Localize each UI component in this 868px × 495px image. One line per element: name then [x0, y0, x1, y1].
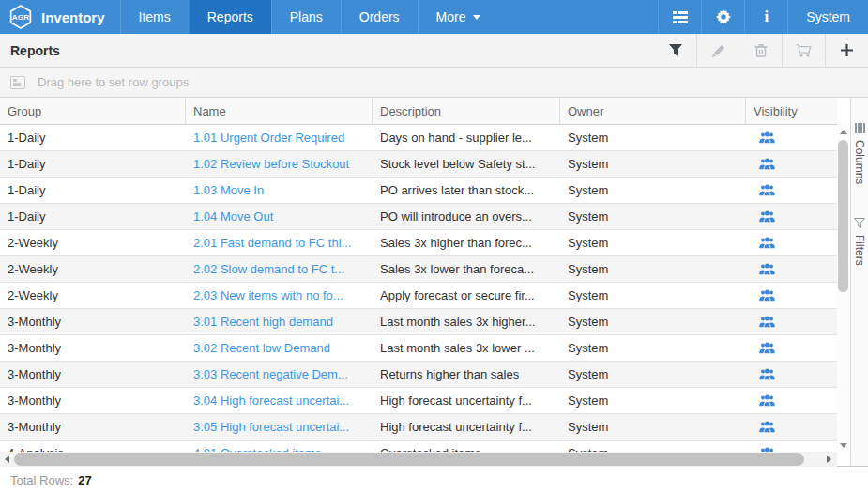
- row-group-panel[interactable]: Drag here to set row groups: [0, 68, 868, 98]
- cart-button[interactable]: [783, 34, 825, 67]
- cell-description: PO will introduce an overs...: [373, 209, 560, 224]
- column-header-visibility[interactable]: Visibility: [746, 98, 837, 124]
- nav-item-label: Plans: [290, 9, 323, 24]
- cell-visibility: [746, 131, 837, 144]
- scroll-down-button[interactable]: [837, 439, 849, 452]
- users-icon: [759, 394, 775, 407]
- side-tab-filters[interactable]: Filters: [853, 218, 866, 266]
- brand-name: Inventory: [41, 9, 105, 25]
- report-link[interactable]: 2.01 Fast demand to FC thi...: [193, 236, 351, 250]
- report-link[interactable]: 3.03 Recent negative Dem...: [193, 367, 348, 381]
- filter-icon: [669, 44, 682, 56]
- user-menu[interactable]: System: [787, 0, 868, 34]
- nav-item-plans[interactable]: Plans: [271, 0, 341, 34]
- report-link[interactable]: 1.01 Urgent Order Required: [193, 131, 344, 145]
- cell-visibility: [746, 210, 837, 223]
- cell-owner: System: [560, 157, 746, 171]
- side-tab-label: Columns: [853, 140, 866, 184]
- column-header-owner[interactable]: Owner: [560, 98, 746, 124]
- cell-description: Stock level below Safety st...: [373, 157, 560, 171]
- filters-icon: [854, 218, 865, 228]
- users-icon: [759, 184, 775, 196]
- horizontal-scroll-thumb[interactable]: [14, 453, 804, 466]
- table-row[interactable]: 1-Daily 1.04 Move Out PO will introduce …: [0, 204, 837, 230]
- column-header-description[interactable]: Description: [373, 98, 560, 124]
- chevron-down-icon: [473, 15, 480, 20]
- triangle-right-icon: [827, 456, 831, 463]
- table-row[interactable]: 3-Monthly 3.05 High forecast uncertai...…: [0, 414, 837, 441]
- table-row[interactable]: 3-Monthly 3.03 Recent negative Dem... Re…: [0, 362, 837, 388]
- table-row[interactable]: 3-Monthly 3.04 High forecast uncertai...…: [0, 388, 837, 414]
- cell-owner: System: [560, 394, 746, 408]
- cell-visibility: [746, 263, 837, 275]
- vertical-scroll-thumb[interactable]: [838, 140, 848, 292]
- report-link[interactable]: 1.02 Review before Stockout: [193, 157, 349, 171]
- cell-group: 1-Daily: [0, 209, 186, 224]
- grid-main: Group Name Description Owner Visibility …: [0, 98, 837, 452]
- nav-item-reports[interactable]: Reports: [189, 0, 271, 34]
- triangle-up-icon: [840, 130, 847, 134]
- table-row[interactable]: 3-Monthly 3.01 Recent high demand Last m…: [0, 309, 837, 335]
- report-link[interactable]: 2.03 New items with no fo...: [193, 288, 343, 302]
- triangle-down-icon: [840, 443, 847, 448]
- filter-button[interactable]: [654, 34, 696, 67]
- navbar-right: i System: [658, 0, 868, 34]
- page-toolbar: Reports: [0, 34, 868, 68]
- column-header-name[interactable]: Name: [186, 98, 373, 124]
- cell-owner: System: [560, 183, 746, 197]
- reports-grid: Group Name Description Owner Visibility …: [0, 98, 868, 467]
- table-row[interactable]: 1-Daily 1.02 Review before Stockout Stoc…: [0, 151, 837, 178]
- nav-item-more[interactable]: More: [418, 0, 498, 34]
- cell-group: 3-Monthly: [0, 315, 186, 329]
- table-row[interactable]: 3-Monthly 3.02 Recent low Demand Last mo…: [0, 335, 837, 362]
- report-link[interactable]: 3.02 Recent low Demand: [193, 341, 330, 355]
- cell-visibility: [746, 184, 837, 196]
- columns-icon: [855, 123, 865, 133]
- table-row[interactable]: 1-Daily 1.03 Move In PO arrives later th…: [0, 178, 837, 204]
- cell-visibility: [746, 368, 837, 380]
- report-link[interactable]: 3.04 High forecast uncertai...: [193, 394, 349, 408]
- add-button[interactable]: [826, 34, 868, 67]
- table-row[interactable]: 2-Weekly 2.01 Fast demand to FC thi... S…: [0, 230, 837, 256]
- column-header-group[interactable]: Group: [0, 98, 186, 124]
- table-row[interactable]: 4-Analysis 4.01 Overstocked items Overst…: [0, 441, 837, 452]
- horizontal-scrollbar[interactable]: [0, 452, 837, 467]
- pencil-icon: [712, 44, 725, 57]
- report-link[interactable]: 1.04 Move Out: [193, 209, 273, 224]
- table-row[interactable]: 2-Weekly 2.02 Slow demand to FC t... Sal…: [0, 256, 837, 283]
- cell-visibility: [746, 289, 837, 302]
- cell-visibility: [746, 394, 837, 407]
- nav-item-orders[interactable]: Orders: [341, 0, 418, 34]
- users-icon: [759, 342, 775, 354]
- cell-visibility: [746, 316, 837, 328]
- cell-visibility: [746, 237, 837, 249]
- delete-button[interactable]: [739, 34, 782, 67]
- side-tab-label: Filters: [853, 235, 866, 266]
- data-rows-button[interactable]: [658, 0, 701, 34]
- table-row[interactable]: 2-Weekly 2.03 New items with no fo... Ap…: [0, 283, 837, 309]
- cell-group: 1-Daily: [0, 131, 186, 145]
- settings-button[interactable]: [701, 0, 744, 34]
- brand[interactable]: AGR Inventory: [0, 0, 120, 34]
- report-link[interactable]: 3.05 High forecast uncertai...: [193, 420, 349, 434]
- info-icon: i: [764, 8, 769, 26]
- vertical-scrollbar[interactable]: [837, 125, 849, 452]
- cell-group: 3-Monthly: [0, 367, 186, 381]
- scroll-left-button[interactable]: [0, 452, 13, 467]
- side-tab-columns[interactable]: Columns: [853, 123, 866, 184]
- report-link[interactable]: 2.02 Slow demand to FC t...: [193, 262, 344, 276]
- cell-description: High forecast uncertainty f...: [373, 420, 560, 434]
- cell-owner: System: [560, 420, 746, 434]
- scroll-right-button[interactable]: [822, 452, 835, 467]
- info-button[interactable]: i: [744, 0, 787, 34]
- report-link[interactable]: 3.01 Recent high demand: [193, 315, 333, 329]
- scroll-up-button[interactable]: [837, 125, 849, 138]
- cell-owner: System: [560, 315, 746, 329]
- table-row[interactable]: 1-Daily 1.01 Urgent Order Required Days …: [0, 125, 837, 151]
- users-icon: [759, 263, 775, 275]
- edit-button[interactable]: [697, 34, 739, 67]
- cell-visibility: [746, 158, 837, 170]
- nav-item-items[interactable]: Items: [120, 0, 189, 34]
- report-link[interactable]: 1.03 Move In: [193, 183, 264, 197]
- table-body: 1-Daily 1.01 Urgent Order Required Days …: [0, 125, 837, 452]
